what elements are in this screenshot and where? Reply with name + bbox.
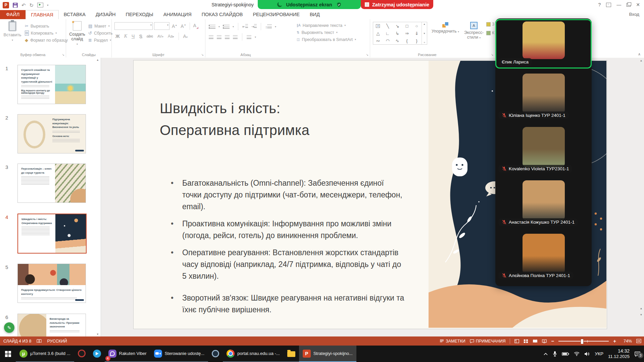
normal-view-button[interactable] bbox=[514, 339, 519, 343]
language-indicator[interactable]: РУССКИЙ bbox=[47, 339, 67, 344]
down-arrow-shape-icon[interactable]: ⇓ bbox=[415, 31, 418, 36]
slide-thumbnail-3[interactable]: 3Персоналізація – ключ до серця туриста bbox=[0, 164, 101, 203]
format-painter-button[interactable]: ◆Формат по образцу bbox=[25, 37, 68, 44]
scribble-shape-icon[interactable]: ∾ bbox=[376, 39, 380, 43]
paragraph-dialog-launcher[interactable]: ↘ bbox=[366, 53, 368, 56]
thumbnail-preview[interactable]: Швидкість і якість: Оперативна підтримка bbox=[17, 214, 87, 254]
zoom-in-button[interactable]: + bbox=[613, 338, 616, 344]
battery-tray-icon[interactable] bbox=[562, 352, 569, 356]
proofing-icon[interactable] bbox=[37, 339, 42, 343]
help-button[interactable]: ? bbox=[598, 2, 601, 7]
font-name-combo[interactable] bbox=[114, 22, 153, 30]
restore-button[interactable] bbox=[627, 3, 631, 7]
participant-tile-3[interactable]: Kovalenko Violeta ТУР2301-1 bbox=[495, 122, 592, 175]
elbow-arrow-shape-icon[interactable]: ↳ bbox=[396, 31, 399, 36]
ribbon-tab-6[interactable]: ПОКАЗ СЛАЙДОВ bbox=[197, 10, 248, 19]
reading-view-button[interactable] bbox=[533, 339, 538, 343]
clear-formatting-button[interactable]: A◢ bbox=[192, 23, 200, 29]
line-spacing-button[interactable]: ↕ bbox=[265, 25, 272, 29]
slide-thumbnail-6[interactable]: 6Винагорода за лояльність: Програми заох… bbox=[0, 314, 101, 336]
character-spacing-button[interactable]: AV▾ bbox=[156, 34, 164, 38]
participant-tile-2[interactable]: Юліана Іщенко ТУР 2401-1 bbox=[495, 69, 592, 122]
ribbon-tab-1[interactable]: ГЛАВНАЯ bbox=[26, 10, 59, 19]
left-brace-shape-icon[interactable]: { bbox=[406, 39, 408, 43]
thumbnail-preview[interactable]: Персоналізація – ключ до серця туриста bbox=[17, 164, 86, 203]
slide-sorter-view-button[interactable] bbox=[524, 339, 528, 343]
arrange-button[interactable]: Упорядочить ▾ bbox=[431, 22, 459, 34]
reset-button[interactable]: ↺Сбросить bbox=[88, 30, 112, 37]
minimize-button[interactable]: — bbox=[616, 2, 621, 7]
taskbar-item-viber[interactable]: 4Rakuten Viber bbox=[105, 346, 150, 362]
save-icon[interactable] bbox=[13, 3, 18, 8]
font-color-button[interactable]: А▾ bbox=[182, 34, 189, 39]
ribbon-tab-2[interactable]: ВСТАВКА bbox=[59, 10, 91, 19]
participant-tile-5[interactable]: Алєйнова Поліна ТУР 2401-1 bbox=[495, 229, 592, 282]
thumbnail-preview[interactable]: Подорож продовжується: Створення цінного… bbox=[17, 264, 86, 303]
bullets-button[interactable] bbox=[209, 25, 215, 29]
fit-to-window-button[interactable] bbox=[636, 339, 641, 343]
start-button[interactable] bbox=[0, 346, 16, 362]
slide-thumbnail-5[interactable]: 5Подорож продовжується: Створення цінног… bbox=[0, 264, 101, 303]
align-left-button[interactable] bbox=[209, 35, 213, 39]
triangle-shape-icon[interactable]: △ bbox=[376, 31, 380, 36]
rectangle-shape-icon[interactable]: □ bbox=[406, 24, 408, 28]
thumbnail-preview[interactable]: Винагорода за лояльність: Програми заохо… bbox=[17, 314, 86, 336]
right-brace-shape-icon[interactable]: } bbox=[416, 39, 417, 43]
slide-thumbnail-4[interactable]: 4Швидкість і якість: Оперативна підтримк… bbox=[0, 214, 101, 253]
shapes-gallery[interactable]: A ╲ ↘ □ ○ △ ∟ ↳ ⇒ ⇓ ∾ ◠ ∿ { } ▲▼≡ bbox=[373, 22, 427, 45]
signin-link[interactable]: Вход bbox=[629, 10, 639, 19]
taskbar-item-folder[interactable] bbox=[284, 346, 299, 362]
tray-chevron-icon[interactable] bbox=[543, 352, 548, 356]
ribbon-tab-4[interactable]: ПЕРЕХОДЫ bbox=[120, 10, 158, 19]
zoom-level[interactable]: 74% bbox=[621, 339, 632, 344]
customize-qat-icon[interactable]: ▾ bbox=[47, 4, 48, 7]
font-size-combo[interactable] bbox=[154, 22, 169, 30]
text-shadow-button[interactable]: S bbox=[138, 34, 143, 39]
ribbon-tab-8[interactable]: ВИД bbox=[305, 10, 325, 19]
shape-fill-fragment[interactable]: З bbox=[486, 22, 494, 27]
microphone-tray-icon[interactable] bbox=[553, 351, 557, 357]
ribbon-tab-3[interactable]: ДИЗАЙН bbox=[91, 10, 121, 19]
bold-button[interactable]: Ж bbox=[114, 34, 121, 39]
taskbar-item-telegram[interactable] bbox=[89, 346, 105, 362]
keyboard-language[interactable]: УКР bbox=[595, 351, 603, 356]
quick-styles-button[interactable]: A Экспресс-стили ▾ bbox=[461, 22, 486, 40]
font-dialog-launcher[interactable]: ↘ bbox=[201, 53, 204, 56]
arc-shape-icon[interactable]: ◠ bbox=[386, 39, 390, 43]
textbox-shape-icon[interactable]: A bbox=[376, 24, 380, 28]
ribbon-tab-7[interactable]: РЕЦЕНЗИРОВАНИЕ bbox=[248, 10, 304, 19]
comments-toggle[interactable]: ПРИМЕЧАНИЯ bbox=[470, 339, 506, 344]
ribbon-display-options-icon[interactable] bbox=[606, 3, 611, 7]
thumbnail-preview[interactable]: Підтримуюча комунікація: Визначення та р… bbox=[17, 114, 86, 153]
layout-button[interactable]: ▤Макет▾ bbox=[88, 22, 112, 30]
ribbon-tab-0[interactable]: ФАЙЛ bbox=[0, 10, 26, 19]
participant-tile-4[interactable]: Анастасія Кожушко ТУР 2401-1 bbox=[495, 175, 592, 229]
convert-smartart-button[interactable]: ◫Преобразовать в SmartArt▾ bbox=[297, 36, 356, 43]
annotation-pencil-button[interactable]: ✎ bbox=[4, 322, 14, 333]
line-shape-icon[interactable]: ╲ bbox=[386, 24, 389, 28]
cut-button[interactable]: ✂Вырезать bbox=[25, 22, 68, 30]
notes-toggle[interactable]: ЗАМЕТКИ bbox=[440, 339, 465, 344]
taskbar-item-powerpoint[interactable]: PStrategiyi-spokijno... bbox=[299, 346, 356, 362]
clipboard-dialog-launcher[interactable]: ↘ bbox=[62, 53, 64, 56]
slide-title[interactable]: Швидкість і якість: Оперативна підтримка bbox=[160, 97, 309, 141]
section-button[interactable]: ≣Раздел▾ bbox=[88, 37, 112, 44]
ribbon-tab-5[interactable]: АНИМАЦИЯ bbox=[158, 10, 197, 19]
volume-tray-icon[interactable] bbox=[584, 352, 590, 356]
strikethrough-button[interactable]: abc bbox=[146, 34, 154, 39]
collapse-ribbon-button[interactable]: ∧ bbox=[638, 52, 641, 56]
zoom-slider[interactable] bbox=[558, 339, 609, 344]
thumbnail-preview[interactable]: Стратегії спокійної та підтримуючої кому… bbox=[17, 65, 86, 104]
taskbar-item-chrome[interactable]: portal.snau.edu.ua -... bbox=[223, 346, 283, 362]
close-button[interactable]: ✕ bbox=[636, 2, 640, 7]
copy-button[interactable]: ⧉Копировать▾ bbox=[25, 30, 68, 37]
slideshow-view-button[interactable] bbox=[542, 339, 547, 343]
shape-outline-fragment[interactable]: К bbox=[486, 31, 494, 35]
paste-button[interactable]: Вставить▾ bbox=[3, 21, 22, 42]
redo-icon[interactable]: ↻ bbox=[30, 3, 34, 8]
zoom-participants-panel[interactable]: Єпик ЛарисаЮліана Іщенко ТУР 2401-1Koval… bbox=[495, 18, 592, 286]
taskbar-item-utorrent[interactable]: µµTorrent 3.6 (build ... bbox=[16, 346, 74, 362]
slide-body-text[interactable]: Багатоканальність (Omni-channel): Забезп… bbox=[170, 177, 405, 321]
slide-scrollbar[interactable]: ▲ ▲▼ bbox=[639, 59, 644, 334]
columns-button[interactable] bbox=[247, 35, 251, 39]
